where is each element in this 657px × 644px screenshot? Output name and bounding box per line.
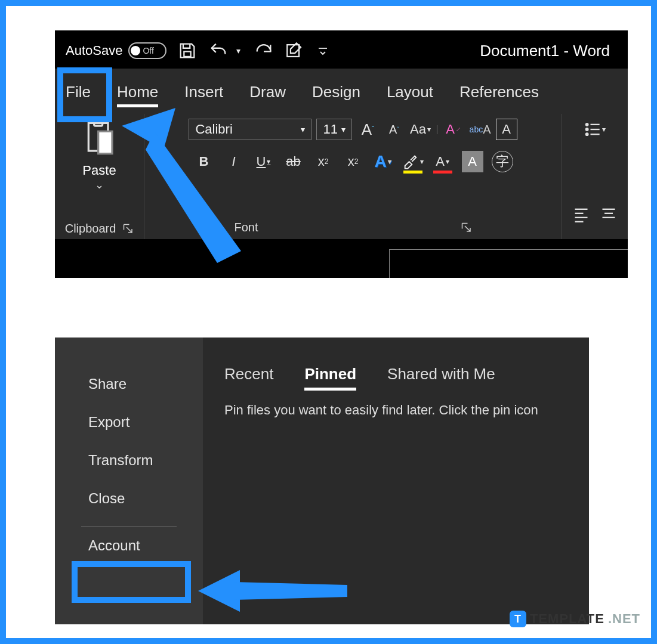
watermark: T TEMPLATE.NET — [510, 611, 640, 627]
font-row-1: Calibri ▾ 11 ▾ Aˆ Aˇ Aa▾ | A⟋ abcA A — [189, 119, 517, 140]
btab-pinned[interactable]: Pinned — [304, 365, 356, 383]
backstage-main: Recent Pinned Shared with Me Pin files y… — [203, 338, 589, 624]
text-effects-button[interactable]: A▾ — [372, 151, 394, 172]
watermark-brand: TEMPLATE — [530, 611, 604, 627]
sidebar-item-share[interactable]: Share — [55, 365, 203, 403]
phonetic-guide-icon[interactable]: abcA — [470, 119, 491, 140]
ribbon-body: Paste ⌄ Clipboard Calibri ▾ 11 ▾ — [55, 109, 628, 239]
paste-icon[interactable] — [82, 117, 118, 159]
sidebar-item-account[interactable]: Account — [55, 527, 203, 565]
svg-point-10 — [586, 133, 588, 135]
autosave-toggle[interactable]: AutoSave Off — [66, 42, 166, 59]
italic-button[interactable]: I — [223, 151, 245, 172]
btab-shared[interactable]: Shared with Me — [387, 365, 495, 383]
paste-label: Paste — [82, 163, 116, 178]
bold-button[interactable]: B — [193, 151, 215, 172]
dialog-launcher-icon[interactable] — [461, 222, 472, 233]
redo-icon[interactable] — [254, 41, 274, 61]
align-left-button[interactable] — [570, 203, 592, 225]
enclose-characters-button[interactable]: 字 — [492, 151, 513, 172]
undo-dropdown-caret-icon[interactable]: ▾ — [233, 41, 243, 61]
backstage-tabs: Recent Pinned Shared with Me — [224, 365, 567, 383]
svg-point-6 — [586, 123, 588, 126]
change-case-icon[interactable]: Aa▾ — [409, 119, 431, 140]
pinned-empty-text: Pin files you want to easily find later.… — [224, 402, 567, 418]
clear-formatting-icon[interactable]: A⟋ — [443, 119, 465, 140]
toggle-knob-icon — [131, 46, 140, 55]
quick-edit-icon[interactable] — [285, 41, 305, 61]
superscript-button[interactable]: x2 — [343, 151, 364, 172]
tab-insert[interactable]: Insert — [184, 83, 223, 101]
document-area-edge — [389, 249, 628, 278]
sidebar-item-transform[interactable]: Transform — [55, 441, 203, 479]
document-title: Document1 - Word — [480, 42, 617, 60]
dialog-launcher-icon[interactable] — [123, 224, 134, 234]
tab-references[interactable]: References — [459, 83, 539, 101]
tab-home[interactable]: Home — [117, 83, 158, 101]
chevron-down-icon: ▾ — [341, 125, 346, 134]
subscript-button[interactable]: x2 — [313, 151, 334, 172]
sidebar-item-export[interactable]: Export — [55, 403, 203, 441]
undo-icon[interactable] — [208, 41, 229, 61]
clipboard-group: Paste ⌄ Clipboard — [55, 114, 144, 239]
font-group-label: Font — [234, 221, 471, 234]
clipboard-group-label: Clipboard — [65, 222, 134, 236]
underline-button[interactable]: U▾ — [253, 151, 274, 172]
save-icon[interactable] — [177, 41, 198, 61]
svg-rect-0 — [184, 51, 191, 57]
autosave-switch[interactable]: Off — [128, 42, 166, 59]
paragraph-group: ▾ — [562, 114, 628, 239]
font-size-combo[interactable]: 11 ▾ — [316, 119, 352, 140]
customize-qat-icon[interactable] — [316, 41, 330, 61]
font-color-button[interactable]: A ▾ — [432, 151, 454, 172]
font-name-combo[interactable]: Calibri ▾ — [189, 119, 311, 140]
shrink-font-icon[interactable]: Aˇ — [383, 119, 405, 140]
watermark-badge-icon: T — [510, 611, 526, 627]
font-row-2: B I U▾ ab x2 x2 A▾ ▾ A ▾ — [193, 151, 513, 172]
highlight-color-button[interactable]: ▾ — [402, 151, 424, 172]
sidebar-item-close[interactable]: Close — [55, 479, 203, 518]
outer-frame: AutoSave Off ▾ Document1 - — [0, 0, 657, 644]
word-ribbon-screenshot: AutoSave Off ▾ Document1 - — [55, 30, 628, 278]
tab-layout[interactable]: Layout — [387, 83, 433, 101]
tab-draw[interactable]: Draw — [249, 83, 286, 101]
font-group: Calibri ▾ 11 ▾ Aˆ Aˇ Aa▾ | A⟋ abcA A — [144, 114, 562, 239]
align-center-button[interactable] — [598, 203, 619, 225]
backstage-sidebar: Share Export Transform Close Account — [55, 338, 203, 624]
tab-design[interactable]: Design — [312, 83, 360, 101]
word-backstage-screenshot: Share Export Transform Close Account Rec… — [55, 338, 589, 624]
strikethrough-button[interactable]: ab — [283, 151, 304, 172]
autosave-state: Off — [143, 46, 153, 55]
paste-caret-icon[interactable]: ⌄ — [95, 178, 104, 191]
ribbon-tabs: File Home Insert Draw Design Layout Refe… — [55, 69, 628, 109]
quick-access-toolbar: AutoSave Off ▾ Document1 - — [55, 30, 628, 69]
character-border-icon[interactable]: A — [496, 119, 517, 140]
btab-recent[interactable]: Recent — [224, 365, 273, 383]
svg-rect-5 — [98, 131, 112, 153]
watermark-suffix: .NET — [608, 611, 640, 627]
bullets-button[interactable]: ▾ — [584, 119, 606, 140]
character-shading-button[interactable]: A — [462, 151, 483, 172]
tab-file[interactable]: File — [66, 83, 91, 101]
chevron-down-icon: ▾ — [301, 125, 305, 134]
svg-point-8 — [586, 128, 588, 131]
annotation-account-highlight — [72, 561, 191, 603]
grow-font-icon[interactable]: Aˆ — [357, 119, 378, 140]
autosave-label: AutoSave — [66, 43, 122, 58]
